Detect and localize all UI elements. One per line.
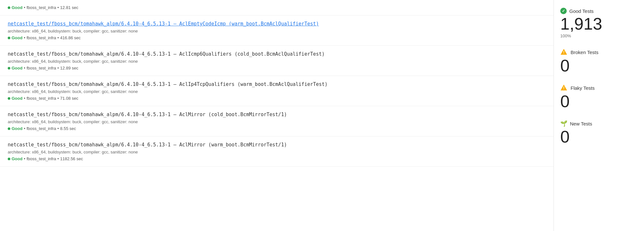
good-tests-icon: ✓	[560, 8, 567, 14]
test-meta: architecture: x86_64, buildsystem: buck,…	[8, 150, 546, 154]
test-status: Good • fboss_test_infra • 1182.56 sec	[8, 156, 546, 161]
flaky-tests-block: ! Flaky Tests 0	[560, 84, 638, 110]
test-title: netcastle_test/fboss_bcm/tomahawk_alpm/6…	[8, 81, 546, 88]
test-status: Good • fboss_test_infra • 416.86 sec	[8, 35, 546, 40]
test-item: netcastle_test/fboss_bcm/tomahawk_alpm/6…	[0, 46, 554, 76]
broken-tests-count: 0	[560, 57, 638, 74]
svg-text:!: !	[563, 86, 564, 90]
test-title: netcastle_test/fboss_bcm/tomahawk_alpm/6…	[8, 51, 546, 58]
good-tests-percent: 100%	[560, 33, 638, 38]
flaky-tests-header: ! Flaky Tests	[560, 84, 638, 92]
new-tests-label: New Tests	[570, 121, 592, 126]
test-status: Good • fboss_test_infra • 12.89 sec	[8, 66, 546, 70]
test-title: netcastle_test/fboss_bcm/tomahawk_alpm/6…	[8, 111, 546, 118]
good-tests-block: ✓ Good Tests 1,913 100%	[560, 8, 638, 38]
test-list: Good • fboss_test_infra • 12.81 sec netc…	[0, 0, 554, 231]
good-tests-count: 1,913	[560, 15, 638, 32]
test-item: netcastle_test/fboss_bcm/tomahawk_alpm/6…	[0, 106, 554, 136]
test-title: netcastle_test/fboss_bcm/tomahawk_alpm/6…	[8, 142, 546, 148]
new-tests-block: 🌱 New Tests 0	[560, 120, 638, 145]
svg-text:!: !	[563, 50, 564, 55]
broken-tests-header: ! Broken Tests	[560, 49, 638, 56]
new-tests-icon: 🌱	[560, 120, 567, 127]
status-dot	[8, 127, 10, 130]
test-status: Good • fboss_test_infra • 71.08 sec	[8, 96, 546, 101]
test-item: netcastle_test/fboss_bcm/tomahawk_alpm/6…	[0, 15, 554, 46]
new-tests-count: 0	[560, 128, 638, 145]
test-meta: architecture: x86_64, buildsystem: buck,…	[8, 29, 546, 33]
status-dot	[8, 37, 10, 39]
flaky-tests-icon: !	[560, 84, 567, 92]
status-dot	[8, 158, 10, 160]
broken-tests-block: ! Broken Tests 0	[560, 49, 638, 74]
test-meta: architecture: x86_64, buildsystem: buck,…	[8, 89, 546, 94]
test-status-top: Good • fboss_test_infra • 12.81 sec	[8, 5, 546, 10]
status-dot	[8, 97, 10, 100]
test-item: netcastle_test/fboss_bcm/tomahawk_alpm/6…	[0, 136, 554, 167]
test-meta: architecture: x86_64, buildsystem: buck,…	[8, 119, 546, 124]
broken-tests-label: Broken Tests	[571, 50, 598, 55]
test-item: netcastle_test/fboss_bcm/tomahawk_alpm/6…	[0, 76, 554, 106]
status-dot	[8, 6, 10, 9]
good-tests-label: Good Tests	[569, 8, 594, 14]
test-title[interactable]: netcastle_test/fboss_bcm/tomahawk_alpm/6…	[8, 21, 546, 27]
good-tests-header: ✓ Good Tests	[560, 8, 638, 14]
test-item-top: Good • fboss_test_infra • 12.81 sec	[0, 0, 554, 15]
test-status: Good • fboss_test_infra • 8.55 sec	[8, 126, 546, 131]
flaky-tests-label: Flaky Tests	[571, 85, 595, 91]
test-meta: architecture: x86_64, buildsystem: buck,…	[8, 59, 546, 64]
new-tests-header: 🌱 New Tests	[560, 120, 638, 127]
sidebar: ✓ Good Tests 1,913 100% ! Broken Tests 0…	[554, 0, 644, 231]
broken-tests-icon: !	[560, 49, 567, 56]
status-dot	[8, 67, 10, 69]
flaky-tests-count: 0	[560, 93, 638, 110]
